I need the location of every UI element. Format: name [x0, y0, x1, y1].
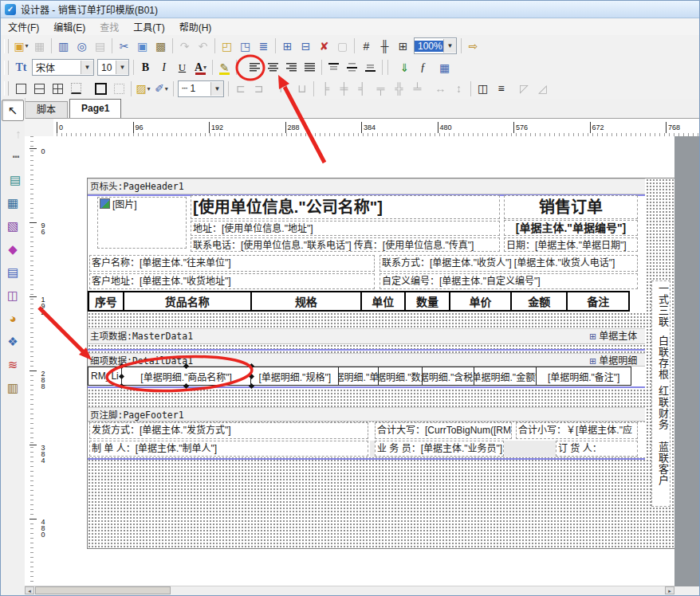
detail-cell[interactable]: [单据明细."金额"] — [474, 367, 537, 385]
column-header[interactable]: 单位 — [362, 292, 406, 310]
delete-button[interactable]: ✘ — [315, 37, 333, 56]
detail-cell[interactable]: RM_Li — [88, 367, 122, 385]
column-header[interactable]: 备注 — [568, 292, 628, 310]
valign-bottom-button[interactable] — [361, 58, 379, 77]
align-left-button[interactable] — [246, 58, 264, 77]
band-tool[interactable]: ┅ — [5, 146, 27, 167]
tab-page1[interactable]: Page1 — [69, 99, 121, 118]
font-color-button[interactable]: A▾ — [191, 58, 210, 77]
detail-cell[interactable]: [单据明细."含税价"] — [423, 367, 474, 385]
detail-row[interactable]: RM_Li[单据明细."商品名称"][单据明细."规格"][单据明细."单位"]… — [88, 367, 631, 386]
picture-tool[interactable]: ▧ — [2, 215, 24, 237]
detail-cell[interactable]: [单据明细."数量"] — [379, 367, 423, 385]
font-combo-arrow[interactable]: ▼ — [81, 61, 93, 74]
orderer-field[interactable]: 订 货 人： — [556, 441, 638, 457]
align-center-button[interactable] — [264, 58, 282, 77]
company-name-field[interactable]: [使用单位信息."公司名称"] — [191, 195, 500, 219]
date-field[interactable]: 日期：[单据主体."单据日期"] — [504, 237, 638, 252]
highlight-button[interactable]: ✎ — [215, 58, 234, 77]
detail-cell[interactable]: [单据明细."规格"] — [251, 367, 339, 385]
font-size-combo[interactable]: 10▼ — [97, 59, 129, 76]
report-options-button[interactable]: ▦ — [435, 58, 454, 77]
print-button[interactable]: ▥ — [54, 37, 73, 56]
phone-fax-field[interactable]: 联系电话：[使用单位信息."联系电话"] 传真：[使用单位信息."传真"] — [191, 237, 500, 252]
ship-method-field[interactable]: 发货方式：[单据主体."发货方式"] — [89, 422, 368, 439]
design-canvas[interactable]: 页标头:PageHeader1 [图片] [使用单位信息."公司名称"] 销售订… — [53, 136, 699, 586]
custom-no-field[interactable]: 自定义编号：[单据主体."自定义编号"] — [379, 273, 638, 289]
detail-cell[interactable]: [单据明细."备注"] — [537, 367, 631, 385]
border-underline-button[interactable] — [67, 79, 85, 98]
same-height-button[interactable]: ≡ — [492, 79, 510, 98]
h-scrollbar[interactable]: ◂ ▸ — [25, 586, 674, 595]
align-justify-button[interactable] — [301, 58, 319, 77]
line-width-combo-arrow[interactable]: ▼ — [210, 82, 223, 96]
expression-button[interactable]: ƒ — [414, 58, 432, 77]
column-header[interactable]: 单价 — [450, 292, 512, 310]
column-header[interactable]: 数量 — [406, 292, 451, 310]
scroll-left-button[interactable]: ◂ — [25, 586, 34, 594]
barcode-tool[interactable]: ▥ — [2, 377, 24, 398]
paste-button[interactable]: ▩ — [151, 37, 170, 56]
label-tool[interactable]: ▤ — [4, 169, 26, 190]
snap-toggle-button[interactable]: ╫ — [376, 37, 394, 56]
band-page-footer[interactable]: 页注脚:PageFooter1 — [88, 407, 645, 422]
scroll-thumb[interactable] — [35, 586, 171, 594]
line-width-combo[interactable]: ┄ 1▼ — [178, 80, 224, 97]
menu-file[interactable]: 文件(F) — [1, 18, 46, 36]
menu-help[interactable]: 帮助(H) — [172, 18, 219, 36]
order-no-field[interactable]: [单据主体."单据编号"] — [504, 220, 638, 236]
address-field[interactable]: 地址：[使用单位信息."地址"] — [191, 221, 500, 236]
valign-top-button[interactable] — [324, 58, 343, 77]
band-master-data[interactable]: 主项数据:MasterData1 ⊞单据主体 — [88, 328, 645, 344]
field-tool[interactable]: ▦ — [2, 192, 24, 214]
contact-field[interactable]: 联系方式：[单据主体."收货人"] [单据主体."收货人电话"] — [379, 255, 638, 272]
font-combo[interactable]: 宋体▼ — [32, 59, 94, 76]
maker-field[interactable]: 制 单 人：[单据主体."制单人"] — [89, 441, 368, 457]
detail-cell[interactable]: [单据明细."商品名称"] — [122, 367, 252, 385]
column-header[interactable]: 货品名称 — [124, 292, 252, 310]
font-size-combo-arrow[interactable]: ▼ — [116, 61, 128, 74]
underline-button[interactable]: U — [173, 58, 191, 77]
ole-tool[interactable]: ❖ — [2, 331, 24, 352]
insert-group-button[interactable]: ⊞ — [278, 37, 297, 56]
zoom-combo-arrow[interactable]: ▼ — [443, 39, 456, 53]
panes-button[interactable]: ⊞ — [394, 37, 412, 56]
grid-toggle-button[interactable]: # — [357, 37, 376, 56]
table-header-row[interactable]: 序号货品名称规格单位数量单价金额备注 — [88, 291, 630, 312]
align-right-button[interactable] — [282, 58, 301, 77]
border-full-button[interactable] — [92, 79, 110, 98]
insert-field-button[interactable]: ⇓ — [395, 58, 414, 77]
same-width-button[interactable]: ◫ — [474, 79, 492, 98]
border-box-button[interactable] — [12, 79, 30, 98]
menu-edit[interactable]: 编辑(E) — [46, 18, 92, 36]
column-header[interactable]: 金额 — [512, 292, 568, 310]
customer-name-field[interactable]: 客户名称：[单据主体."往来单位"] — [89, 255, 375, 272]
tab-script[interactable]: 脚本 — [25, 101, 68, 118]
detail-cell[interactable]: [单据明细."单位"] — [339, 367, 379, 385]
scroll-right-button[interactable]: ▸ — [665, 586, 674, 594]
report-page[interactable]: 页标头:PageHeader1 [图片] [使用单位信息."公司名称"] 销售订… — [87, 178, 674, 549]
exit-button[interactable]: ⇨ — [464, 37, 482, 56]
bold-button[interactable]: B — [136, 58, 155, 77]
subreport-tool[interactable]: ◫ — [2, 284, 24, 306]
line-color-button[interactable]: ✐▾ — [152, 79, 171, 98]
copies-side-label[interactable]: 一式三联白联存根红联财务蓝联客户 — [651, 280, 671, 507]
column-header[interactable]: 序号 — [89, 292, 124, 310]
bring-front-button[interactable]: ◰ — [218, 37, 236, 56]
salesman-field[interactable]: 业 务 员：[单据主体."业务员"] — [375, 441, 504, 457]
chart-tool[interactable]: ◕ — [2, 308, 24, 329]
insert-band-button[interactable]: ⊟ — [297, 37, 315, 56]
border-none-button[interactable] — [110, 79, 128, 98]
column-header[interactable]: 规格 — [252, 292, 362, 310]
zoom-combo[interactable]: 100%▼ — [414, 37, 457, 54]
valign-middle-button[interactable] — [343, 58, 361, 77]
border-frame-button[interactable] — [30, 79, 49, 98]
send-back-button[interactable]: ◳ — [236, 37, 254, 56]
open-button[interactable]: ▣▾ — [12, 37, 30, 56]
band-detail-data[interactable]: 细项数据:DetailData1 ⊞单据明细 — [88, 353, 645, 367]
select-tool[interactable]: ↖ — [2, 100, 24, 121]
italic-button[interactable]: I — [155, 58, 173, 77]
menu-tools[interactable]: 工具(T) — [126, 18, 171, 36]
customer-address-field[interactable]: 客户地址：[单据主体."收货地址"] — [89, 273, 375, 289]
border-grid-button[interactable] — [49, 79, 67, 98]
